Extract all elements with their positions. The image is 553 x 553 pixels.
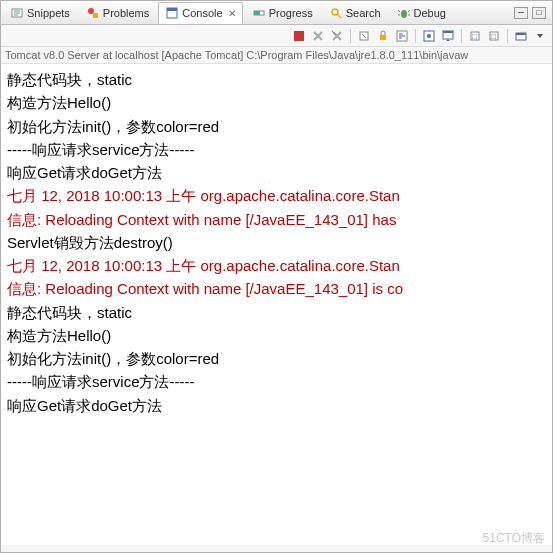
svg-text:+: + xyxy=(523,30,527,35)
view-tab-bar: Snippets Problems Console ✕ Progress Sea… xyxy=(1,1,552,25)
scroll-lock-button[interactable] xyxy=(375,28,391,44)
svg-point-28 xyxy=(427,34,431,38)
word-wrap-button[interactable] xyxy=(394,28,410,44)
svg-line-14 xyxy=(408,10,410,12)
svg-rect-30 xyxy=(443,31,453,33)
show-stderr-button[interactable]: □ xyxy=(486,28,502,44)
tab-console[interactable]: Console ✕ xyxy=(158,2,242,24)
clear-console-button[interactable] xyxy=(356,28,372,44)
console-line: 构造方法Hello() xyxy=(7,91,546,114)
terminate-button[interactable] xyxy=(291,28,307,44)
minimize-button[interactable]: ─ xyxy=(514,7,528,19)
svg-text:□: □ xyxy=(472,32,477,41)
svg-text:□: □ xyxy=(491,32,496,41)
console-line: 七月 12, 2018 10:00:13 上午 org.apache.catal… xyxy=(7,254,546,277)
snippets-icon xyxy=(10,6,24,20)
svg-rect-7 xyxy=(167,8,177,11)
open-console-button[interactable]: + xyxy=(513,28,529,44)
console-line: 初始化方法init()，参数color=red xyxy=(7,347,546,370)
tab-snippets[interactable]: Snippets xyxy=(3,2,77,24)
console-line: Servlet销毁方法destroy() xyxy=(7,231,546,254)
console-toolbar: □ □ + xyxy=(1,25,552,47)
console-line: 静态代码块，static xyxy=(7,68,546,91)
tab-search[interactable]: Search xyxy=(322,2,388,24)
console-line: 七月 12, 2018 10:00:13 上午 org.apache.catal… xyxy=(7,184,546,207)
console-icon xyxy=(165,6,179,20)
console-process-label: Tomcat v8.0 Server at localhost [Apache … xyxy=(1,47,552,64)
tab-label: Progress xyxy=(269,7,313,19)
tab-label: Console xyxy=(182,7,222,19)
console-line: 构造方法Hello() xyxy=(7,324,546,347)
search-icon xyxy=(329,6,343,20)
display-console-button[interactable] xyxy=(440,28,456,44)
remove-all-button[interactable] xyxy=(329,28,345,44)
svg-rect-17 xyxy=(294,31,304,41)
tab-problems[interactable]: Problems xyxy=(79,2,156,24)
tab-progress[interactable]: Progress xyxy=(245,2,320,24)
tab-debug[interactable]: Debug xyxy=(390,2,453,24)
console-output[interactable]: 静态代码块，static构造方法Hello()初始化方法init()，参数col… xyxy=(1,64,552,545)
tab-label: Search xyxy=(346,7,381,19)
window-controls: ─ □ xyxy=(514,7,550,19)
console-line: 静态代码块，static xyxy=(7,301,546,324)
console-line: -----响应请求service方法----- xyxy=(7,138,546,161)
debug-icon xyxy=(397,6,411,20)
console-line: 响应Get请求doGet方法 xyxy=(7,394,546,417)
tab-label: Problems xyxy=(103,7,149,19)
pin-console-button[interactable] xyxy=(421,28,437,44)
svg-rect-9 xyxy=(254,11,260,15)
tab-label: Snippets xyxy=(27,7,70,19)
problems-icon xyxy=(86,6,100,20)
console-line: -----响应请求service方法----- xyxy=(7,370,546,393)
dropdown-icon[interactable] xyxy=(532,28,548,44)
tab-label: Debug xyxy=(414,7,446,19)
maximize-button[interactable]: □ xyxy=(532,7,546,19)
console-line: 信息: Reloading Context with name [/JavaEE… xyxy=(7,277,546,300)
remove-launch-button[interactable] xyxy=(310,28,326,44)
console-line: 初始化方法init()，参数color=red xyxy=(7,115,546,138)
close-icon[interactable]: ✕ xyxy=(228,8,236,19)
svg-rect-25 xyxy=(380,35,386,40)
progress-icon xyxy=(252,6,266,20)
svg-rect-5 xyxy=(93,13,98,18)
svg-line-13 xyxy=(398,10,400,12)
console-line: 响应Get请求doGet方法 xyxy=(7,161,546,184)
svg-point-12 xyxy=(401,10,407,18)
console-line: 信息: Reloading Context with name [/JavaEE… xyxy=(7,208,546,231)
svg-line-11 xyxy=(337,14,341,18)
show-stdout-button[interactable]: □ xyxy=(467,28,483,44)
